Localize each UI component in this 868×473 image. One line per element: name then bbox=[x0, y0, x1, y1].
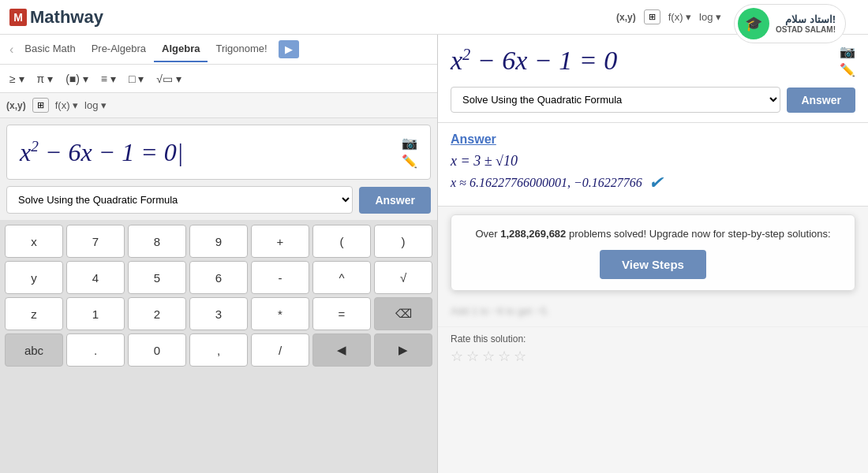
square-btn[interactable]: □ ▾ bbox=[125, 71, 147, 87]
key-close-paren[interactable]: ) bbox=[374, 225, 432, 258]
answer-title[interactable]: Answer bbox=[451, 132, 855, 147]
star-3[interactable]: ☆ bbox=[482, 348, 495, 365]
key-5[interactable]: 5 bbox=[128, 261, 186, 294]
tab-prev-btn[interactable]: ‹ bbox=[6, 43, 17, 57]
key-9[interactable]: 9 bbox=[189, 225, 248, 258]
logo: M Mathway bbox=[9, 7, 103, 28]
answer-eq-1: x = 3 ± √10 bbox=[451, 153, 518, 169]
right-equation: x2 − 6x − 1 = 0 bbox=[451, 46, 617, 76]
bracket-btn[interactable]: (■) ▾ bbox=[62, 71, 92, 87]
tab-algebra[interactable]: Algebra bbox=[154, 36, 208, 62]
blurred-text: Add 1 to −6 to get −5. bbox=[451, 305, 549, 317]
method-select-left[interactable]: Solve Using the Quadratic Formula Solve … bbox=[6, 186, 353, 214]
key-sqrt[interactable]: √ bbox=[374, 261, 432, 294]
key-equals[interactable]: = bbox=[312, 297, 371, 330]
right-top: x2 − 6x − 1 = 0 📷 ✏️ Solve Using the Qua… bbox=[438, 35, 868, 123]
answer-line-2: x ≈ 6.16227766000001, −0.16227766 ✔ bbox=[451, 173, 855, 193]
sec-grid-btn[interactable]: ⊞ bbox=[32, 98, 49, 113]
sec-func-btn[interactable]: f(x) ▾ bbox=[55, 99, 78, 111]
pi-btn[interactable]: π ▾ bbox=[34, 71, 57, 87]
sqrt-btn[interactable]: √▭ ▾ bbox=[153, 71, 185, 87]
input-icons: 📷 ✏️ bbox=[402, 136, 417, 169]
method-select-right[interactable]: Solve Using the Quadratic Formula Solve … bbox=[451, 87, 780, 113]
logo-latin-text: OSTAD SALAM! bbox=[776, 25, 836, 34]
key-left-arrow[interactable]: ◀ bbox=[312, 333, 371, 367]
grid-button[interactable]: ⊞ bbox=[644, 9, 660, 24]
upgrade-text: Over 1,288,269,682 problems solved! Upgr… bbox=[464, 226, 842, 242]
key-3[interactable]: 3 bbox=[189, 297, 248, 330]
upgrade-box: Over 1,288,269,682 problems solved! Upgr… bbox=[451, 214, 855, 291]
key-plus[interactable]: + bbox=[251, 225, 309, 258]
top-right-nav: (x,y) ⊞ f(x) ▾ log ▾ bbox=[616, 9, 721, 24]
key-caret[interactable]: ^ bbox=[312, 261, 371, 294]
right-method-row: Solve Using the Quadratic Formula Solve … bbox=[451, 87, 855, 113]
key-comma[interactable]: , bbox=[189, 333, 248, 367]
key-minus[interactable]: - bbox=[251, 261, 309, 294]
tab-next-btn[interactable]: ▶ bbox=[279, 40, 299, 58]
right-panel: x2 − 6x − 1 = 0 📷 ✏️ Solve Using the Qua… bbox=[438, 35, 868, 473]
func-button[interactable]: f(x) ▾ bbox=[668, 11, 691, 23]
camera-btn[interactable]: 📷 bbox=[402, 136, 417, 151]
answer-btn-left[interactable]: Answer bbox=[359, 187, 431, 214]
top-right-logo: 🎓 !استاد سلام OSTAD SALAM! bbox=[734, 4, 846, 43]
key-x[interactable]: x bbox=[5, 225, 63, 258]
key-abc[interactable]: abc bbox=[5, 333, 63, 367]
rate-section: Rate this solution: ☆ ☆ ☆ ☆ ☆ bbox=[438, 326, 868, 371]
key-1[interactable]: 1 bbox=[66, 297, 125, 330]
main-layout: ‹ Basic Math Pre-Algebra Algebra Trigono… bbox=[0, 35, 868, 473]
logo-icon: M bbox=[9, 9, 27, 26]
answer-btn-right[interactable]: Answer bbox=[787, 88, 855, 113]
answer-eq-2: x ≈ 6.16227766000001, −0.16227766 bbox=[451, 176, 642, 190]
top-nav: M Mathway (x,y) ⊞ f(x) ▾ log ▾ 🎓 !استاد … bbox=[0, 0, 868, 35]
method-row: Solve Using the Quadratic Formula Solve … bbox=[0, 186, 437, 220]
key-2[interactable]: 2 bbox=[128, 297, 186, 330]
kb-row-1: x 7 8 9 + ( ) bbox=[5, 225, 432, 258]
pencil-btn[interactable]: ✏️ bbox=[402, 154, 417, 169]
key-y[interactable]: y bbox=[5, 261, 63, 294]
star-5[interactable]: ☆ bbox=[514, 348, 526, 365]
tab-trigonometry[interactable]: Trigonome! bbox=[208, 36, 275, 62]
star-1[interactable]: ☆ bbox=[451, 348, 463, 365]
check-mark-icon: ✔ bbox=[649, 173, 663, 193]
star-2[interactable]: ☆ bbox=[466, 348, 479, 365]
kb-row-3: z 1 2 3 * = ⌫ bbox=[5, 297, 432, 330]
key-0[interactable]: 0 bbox=[128, 333, 186, 367]
upgrade-count: 1,288,269,682 bbox=[500, 228, 566, 240]
right-pencil-btn[interactable]: ✏️ bbox=[840, 62, 855, 77]
key-7[interactable]: 7 bbox=[66, 225, 125, 258]
key-8[interactable]: 8 bbox=[128, 225, 186, 258]
tab-basic-math[interactable]: Basic Math bbox=[17, 36, 83, 62]
sec-log-btn[interactable]: log ▾ bbox=[84, 99, 107, 111]
sec-coord-btn[interactable]: (x,y) bbox=[6, 100, 26, 111]
key-dot[interactable]: . bbox=[66, 333, 125, 367]
kb-row-2: y 4 5 6 - ^ √ bbox=[5, 261, 432, 294]
key-multiply[interactable]: * bbox=[251, 297, 309, 330]
key-right-arrow[interactable]: ▶ bbox=[374, 333, 432, 367]
key-backspace[interactable]: ⌫ bbox=[374, 297, 432, 330]
answer-section: Answer x = 3 ± √10 x ≈ 6.16227766000001,… bbox=[438, 123, 868, 207]
left-panel: ‹ Basic Math Pre-Algebra Algebra Trigono… bbox=[0, 35, 438, 473]
key-divide[interactable]: / bbox=[251, 333, 309, 367]
right-eq-row: x2 − 6x − 1 = 0 📷 ✏️ bbox=[451, 44, 855, 77]
key-4[interactable]: 4 bbox=[66, 261, 125, 294]
coord-button[interactable]: (x,y) bbox=[616, 12, 636, 23]
key-6[interactable]: 6 bbox=[189, 261, 248, 294]
key-open-paren[interactable]: ( bbox=[312, 225, 371, 258]
keyboard: x 7 8 9 + ( ) y 4 5 6 - ^ √ z 1 2 3 bbox=[0, 220, 437, 473]
subject-tabs: ‹ Basic Math Pre-Algebra Algebra Trigono… bbox=[0, 35, 437, 65]
star-4[interactable]: ☆ bbox=[498, 348, 511, 365]
stars: ☆ ☆ ☆ ☆ ☆ bbox=[451, 348, 855, 365]
left-equation: x2 − 6x − 1 = 0| bbox=[20, 138, 184, 167]
gte-btn[interactable]: ≥ ▾ bbox=[6, 71, 28, 87]
tab-pre-algebra[interactable]: Pre-Algebra bbox=[84, 36, 154, 62]
upgrade-text-after: problems solved! Upgrade now for step-by… bbox=[566, 228, 830, 240]
kb-row-4: abc . 0 , / ◀ ▶ bbox=[5, 333, 432, 367]
log-button[interactable]: log ▾ bbox=[699, 11, 721, 23]
right-camera-btn[interactable]: 📷 bbox=[840, 44, 855, 59]
key-z[interactable]: z bbox=[5, 297, 63, 330]
input-area[interactable]: x2 − 6x − 1 = 0| 📷 ✏️ bbox=[6, 125, 431, 180]
view-steps-btn[interactable]: View Steps bbox=[600, 250, 706, 279]
matrix-btn[interactable]: ≡ ▾ bbox=[98, 71, 119, 87]
answer-line-1: x = 3 ± √10 bbox=[451, 153, 855, 169]
upgrade-text-before: Over bbox=[475, 228, 500, 240]
